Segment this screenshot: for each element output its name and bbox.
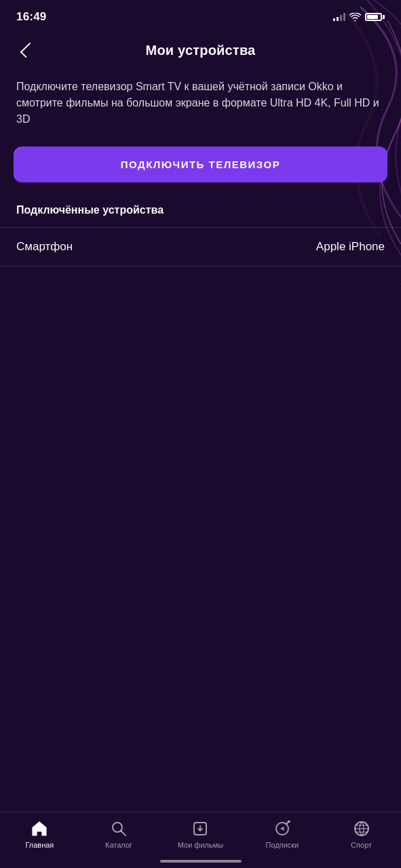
svg-line-1	[121, 831, 126, 836]
tab-home-label: Главная	[25, 841, 54, 849]
tab-myfilms-label: Мои фильмы	[178, 841, 223, 849]
search-icon	[109, 819, 128, 838]
device-name: Apple iPhone	[316, 240, 385, 254]
device-row[interactable]: Смартфон Apple iPhone	[0, 228, 401, 267]
tab-catalog-label: Каталог	[105, 841, 132, 849]
signal-bar-1	[333, 18, 335, 21]
signal-bar-4	[343, 13, 345, 21]
description-text: Подключите телевизор Smart TV к вашей уч…	[0, 73, 401, 146]
back-button[interactable]	[14, 38, 38, 62]
home-icon	[30, 819, 49, 838]
connected-devices-title: Подключённые устройства	[0, 204, 401, 227]
tab-sport[interactable]: Спорт	[341, 819, 382, 849]
status-bar: 16:49	[0, 0, 401, 30]
device-type: Смартфон	[16, 240, 73, 254]
subscriptions-icon	[273, 819, 292, 838]
battery-icon	[365, 13, 385, 21]
signal-icon	[333, 13, 345, 21]
connect-tv-button[interactable]: ПОДКЛЮЧИТЬ ТЕЛЕВИЗОР	[14, 146, 387, 182]
status-icons	[333, 13, 385, 22]
status-time: 16:49	[16, 10, 46, 24]
download-icon	[191, 819, 210, 838]
tab-subscriptions-label: Подписки	[265, 841, 299, 849]
page-header: Мои устройства	[0, 30, 401, 73]
back-chevron-icon	[20, 43, 36, 58]
wifi-icon	[349, 13, 361, 22]
tab-catalog[interactable]: Каталог	[98, 819, 139, 849]
home-indicator	[160, 860, 242, 863]
tab-subscriptions[interactable]: Подписки	[262, 819, 303, 849]
svg-line-4	[286, 822, 288, 824]
sport-icon	[352, 819, 371, 838]
tab-myfilms[interactable]: Мои фильмы	[178, 819, 223, 849]
signal-bar-2	[337, 17, 339, 21]
tab-sport-label: Спорт	[351, 841, 372, 849]
signal-bar-3	[340, 15, 342, 21]
tab-home[interactable]: Главная	[19, 819, 60, 849]
page-title: Мои устройства	[38, 43, 363, 58]
app-container: 16:49 М	[0, 0, 401, 868]
